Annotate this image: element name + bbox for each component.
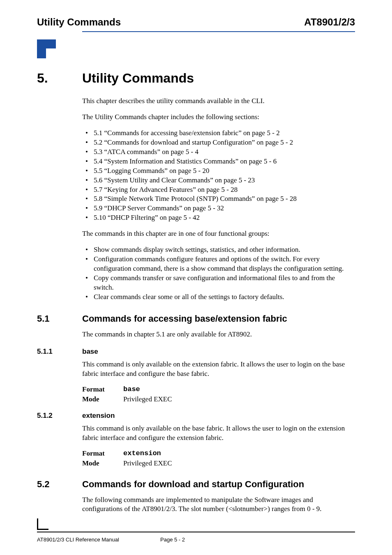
footer-brand-mark [37,518,48,530]
toc-item: 5.9 “DHCP Server Commands” on page 5 - 3… [82,204,355,213]
format-label: Format [82,449,123,458]
subsection-heading-5-1-2: 5.1.2 extension [37,412,355,420]
toc-list: 5.1 “Commands for accessing base/extensi… [82,129,355,223]
list-item: Show commands display switch settings, s… [82,245,355,255]
list-item: Configuration commands configure feature… [82,255,355,274]
toc-item: 5.3 “ATCA commands” on page 5 - 4 [82,147,355,157]
subsection-5-1-2-desc: This command is only available on the ba… [82,424,355,443]
subsection-5-1-1-desc: This command is only available on the ex… [82,360,355,379]
format-row: Format extension [82,449,355,458]
groups-intro: The commands in this chapter are in one … [82,229,355,239]
intro-paragraph-1: This chapter describes the utility comma… [82,97,355,106]
section-title: Commands for download and startup Config… [82,479,304,490]
toc-item: 5.4 “System Information and Statistics C… [82,157,355,166]
section-5-1-intro: The commands in chapter 5.1 are only ava… [82,330,355,339]
section-heading-5-1: 5.1 Commands for accessing base/extensio… [37,313,355,324]
section-5-2-intro: The following commands are implemented t… [82,495,355,514]
intro-paragraph-2: The Utility Commands chapter includes th… [82,113,355,122]
brand-logo [37,39,56,58]
mode-row: Mode Privileged EXEC [82,459,355,467]
page-header: Utility Commands AT8901/2/3 [37,16,355,28]
format-label: Format [82,385,123,394]
toc-item: 5.2 “Commands for download and startup C… [82,138,355,147]
format-value: extension [123,449,161,458]
page-footer: AT8901/2/3 CLI Reference Manual Page 5 -… [37,518,355,543]
mode-row: Mode Privileged EXEC [82,395,355,403]
footer-page-number: Page 5 - 2 [160,537,185,543]
section-title: Commands for accessing base/extension fa… [82,313,287,324]
format-row: Format base [82,385,355,394]
groups-list: Show commands display switch settings, s… [82,245,355,302]
header-rule [82,31,355,32]
toc-item: 5.8 “Simple Network Time Protocol (SNTP)… [82,194,355,204]
footer-rule [37,532,355,532]
subsection-title: base [82,348,98,356]
section-number: 5.1 [37,313,82,324]
toc-item: 5.6 “System Utility and Clear Commands” … [82,176,355,185]
list-item: Clear commands clear some or all of the … [82,292,355,302]
header-left: Utility Commands [37,16,121,28]
mode-label: Mode [82,459,123,467]
mode-value: Privileged EXEC [123,395,172,403]
chapter-number: 5. [37,71,82,86]
toc-item: 5.5 “Logging Commands” on page 5 - 20 [82,166,355,176]
toc-item: 5.1 “Commands for accessing base/extensi… [82,129,355,138]
list-item: Copy commands transfer or save configura… [82,274,355,292]
brand-logo-cut [46,48,56,58]
chapter-heading: 5. Utility Commands [37,71,355,86]
subsection-heading-5-1-1: 5.1.1 base [37,348,355,356]
footer-manual-name: AT8901/2/3 CLI Reference Manual [37,537,160,543]
subsection-number: 5.1.2 [37,412,82,420]
mode-label: Mode [82,395,123,403]
subsection-number: 5.1.1 [37,348,82,356]
toc-item: 5.7 “Keying for Advanced Features” on pa… [82,185,355,195]
chapter-title: Utility Commands [82,71,194,86]
section-heading-5-2: 5.2 Commands for download and startup Co… [37,479,355,490]
format-value: base [123,385,140,394]
header-right: AT8901/2/3 [304,16,355,28]
subsection-title: extension [82,412,115,420]
mode-value: Privileged EXEC [123,459,172,467]
section-number: 5.2 [37,479,82,490]
toc-item: 5.10 “DHCP Filtering” on page 5 - 42 [82,213,355,223]
